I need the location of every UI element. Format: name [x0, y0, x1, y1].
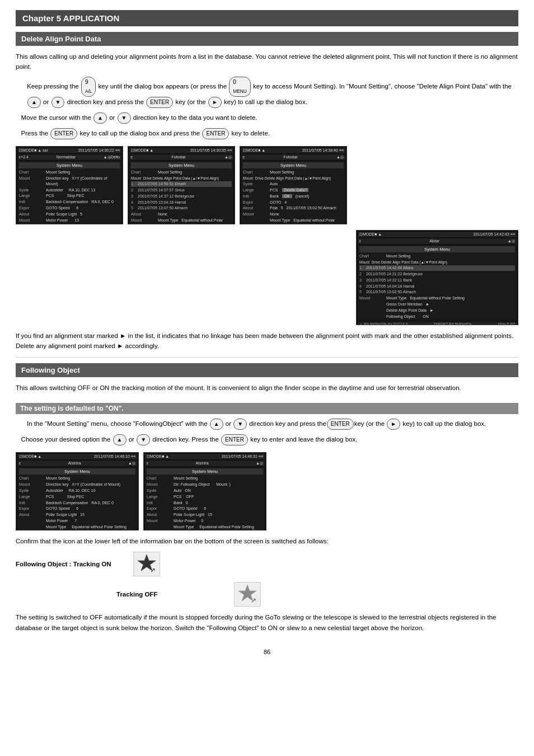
scr1-time: 2011/07/05 14:30:22 ≡≡ — [78, 148, 120, 153]
scr2-body: System Menu ChartMount Setting Mount Dri… — [129, 161, 233, 224]
screenshot-4: ⊡MODE■ ▲ 2011/07/05 14:42:43 ≡≡ ε Alstar… — [356, 230, 518, 325]
section1-para5: If you find an alignment star marked ► i… — [16, 331, 518, 351]
key-enter5-btn: ENTER — [221, 434, 248, 445]
key-up2-btn: ▲ — [93, 112, 107, 124]
section2-para2: In the "Mount Setting" menu, choose "Fol… — [27, 419, 518, 430]
section1-header: Delete Align Point Data — [16, 32, 518, 46]
key-down-btn: ▼ — [51, 97, 65, 108]
screenshot-1: ⊡MODE■ ▲ sar 2011/07/05 14:30:22 ≡≡ ε+2.… — [16, 146, 123, 224]
screenshot-fo2: ⊡MODE■ ▲ 2011/07/05 14:46:31 ≡≡ ε Alsint… — [143, 452, 266, 530]
section2-para3: Choose your desired option the ▲ or ▼ di… — [16, 434, 518, 445]
scr4-body: System Menu ChartMount Setting Mount Dri… — [358, 245, 517, 321]
scr4-titlebar: ⊡MODE■ ▲ 2011/07/05 14:42:43 ≡≡ — [358, 232, 517, 237]
section1-para4: Press the ENTER key to call up the dialo… — [16, 128, 518, 139]
tracking-on-icon: ↗ — [133, 552, 160, 576]
key-enter4-btn: ENTER — [327, 419, 354, 430]
key-down2-btn: ▼ — [118, 112, 131, 124]
key-up4-btn: ▲ — [113, 434, 127, 445]
tracking-off-icon: ↗ — [234, 582, 261, 607]
key-right-btn: ► — [208, 97, 222, 108]
section1-para3: Move the cursor with the ▲ or ▼ directio… — [16, 112, 518, 124]
tracking-on-label: Following Object : Tracking ON — [16, 561, 128, 567]
screenshot-3: ⊡MODE■ ▲ 2011/07/05 14:38:40 ≡≡ ε Futost… — [240, 146, 347, 224]
key-down3-btn: ▼ — [233, 419, 247, 430]
key-up-btn: ▲ — [27, 97, 41, 108]
screenshots-row1: ⊡MODE■ ▲ sar 2011/07/05 14:30:22 ≡≡ ε+2.… — [16, 146, 518, 224]
scr2-titlebar: ⊡MODE■ ▲ 2011/07/05 14:30:35 ≡≡ — [129, 148, 233, 153]
scr1-body: System Menu ChartMount Setting MountDire… — [17, 161, 121, 224]
section2-final: The setting is switched to OFF automatic… — [16, 612, 518, 633]
svg-text:↗: ↗ — [251, 597, 256, 604]
key-down4-btn: ▼ — [137, 434, 150, 445]
key-9-btn: 9A/L — [81, 77, 96, 97]
scr2-subtitle: ε Futostar ▲◎ — [129, 154, 233, 160]
scr3-subtitle: ε Futostar ▲◎ — [241, 154, 345, 160]
scr1-titlebar: ⊡MODE■ ▲ sar 2011/07/05 14:30:22 ≡≡ — [17, 148, 121, 153]
page-number: 86 — [16, 646, 518, 658]
key-right2-btn: ► — [387, 419, 400, 430]
section2-screenshots: ⊡MODE■ ▲ 2011/07/05 14:46:10 ≡≡ ε Alsint… — [16, 452, 518, 530]
section1-para1: This allows calling up and deleting your… — [16, 51, 518, 72]
section1-para2: Keep pressing the 9A/L key until the dia… — [27, 77, 518, 108]
scr4-footer: ▲ RA 0h00m23s Az 211°13.3TARGET RA 5h50m… — [358, 322, 517, 325]
section2-header: Following Object — [16, 363, 518, 377]
tracking-off-label: Tracking OFF — [116, 591, 228, 598]
svg-text:↗: ↗ — [150, 566, 156, 574]
key-up3-btn: ▲ — [210, 419, 223, 430]
chapter-title: Chapter 5 APPLICATION — [16, 10, 518, 26]
scr3-body: System Menu ChartMount Setting Mount Dri… — [241, 161, 345, 224]
subsection-header: The setting is defaulted to "ON". — [16, 403, 518, 414]
scr1-left-icons: ⊡MODE■ ▲ sar — [19, 148, 48, 153]
key-0-btn: 0MENU — [229, 77, 251, 97]
scr3-titlebar: ⊡MODE■ ▲ 2011/07/05 14:38:40 ≡≡ — [241, 148, 345, 153]
scr1-subtitle: ε+2.4 Normalstar ▲◎Delto — [17, 154, 121, 160]
screenshot-fo1: ⊡MODE■ ▲ 2011/07/05 14:46:10 ≡≡ ε Alsint… — [16, 452, 139, 530]
key-enter3-btn: ENTER — [202, 128, 229, 139]
scr4-subtitle: ε Alstar ▲◎ — [358, 238, 517, 244]
section2-para1: This allows switching OFF or ON the trac… — [16, 383, 518, 393]
tracking-on-row: Following Object : Tracking ON ↗ — [16, 552, 518, 576]
section2-confirm: Confirm that the icon at the lower left … — [16, 536, 518, 546]
key-enter2-btn: ENTER — [50, 128, 77, 139]
key-enter-btn: ENTER — [146, 97, 173, 108]
screenshot-2: ⊡MODE■ ▲ 2011/07/05 14:30:35 ≡≡ ε Futost… — [128, 146, 235, 224]
tracking-off-row: Tracking OFF ↗ — [116, 582, 518, 607]
